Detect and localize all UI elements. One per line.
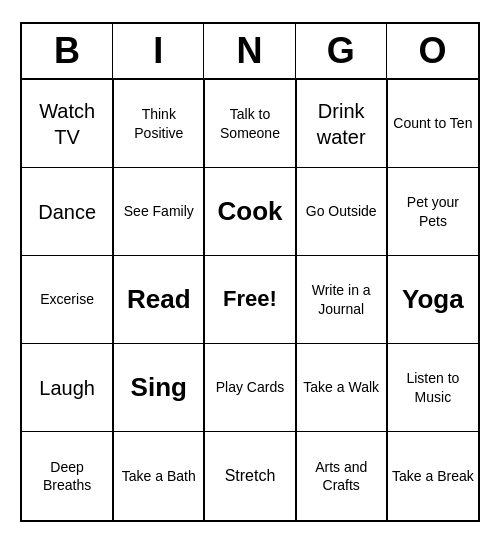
cell-text-20: Deep Breaths bbox=[26, 458, 108, 494]
bingo-cell-24: Take a Break bbox=[387, 432, 478, 520]
cell-text-12: Free! bbox=[223, 285, 277, 314]
bingo-cell-20: Deep Breaths bbox=[22, 432, 113, 520]
bingo-cell-23: Arts and Crafts bbox=[296, 432, 387, 520]
header-letter-g: G bbox=[296, 24, 387, 78]
cell-text-22: Stretch bbox=[225, 466, 276, 487]
cell-text-7: Cook bbox=[217, 195, 282, 229]
bingo-cell-17: Play Cards bbox=[204, 344, 295, 432]
header-letter-i: I bbox=[113, 24, 204, 78]
cell-text-17: Play Cards bbox=[216, 378, 284, 396]
bingo-cell-21: Take a Bath bbox=[113, 432, 204, 520]
cell-text-0: Watch TV bbox=[26, 98, 108, 150]
bingo-cell-3: Drink water bbox=[296, 80, 387, 168]
bingo-cell-13: Write in a Journal bbox=[296, 256, 387, 344]
cell-text-5: Dance bbox=[38, 199, 96, 225]
cell-text-23: Arts and Crafts bbox=[301, 458, 382, 494]
bingo-cell-7: Cook bbox=[204, 168, 295, 256]
cell-text-24: Take a Break bbox=[392, 467, 474, 485]
cell-text-15: Laugh bbox=[39, 375, 95, 401]
bingo-cell-9: Pet your Pets bbox=[387, 168, 478, 256]
bingo-cell-0: Watch TV bbox=[22, 80, 113, 168]
bingo-cell-22: Stretch bbox=[204, 432, 295, 520]
cell-text-18: Take a Walk bbox=[303, 378, 379, 396]
bingo-cell-6: See Family bbox=[113, 168, 204, 256]
cell-text-16: Sing bbox=[131, 371, 187, 405]
cell-text-13: Write in a Journal bbox=[301, 281, 382, 317]
bingo-cell-2: Talk to Someone bbox=[204, 80, 295, 168]
bingo-cell-10: Excerise bbox=[22, 256, 113, 344]
bingo-cell-8: Go Outside bbox=[296, 168, 387, 256]
bingo-cell-16: Sing bbox=[113, 344, 204, 432]
header-letter-n: N bbox=[204, 24, 295, 78]
bingo-header: BINGO bbox=[22, 24, 478, 80]
bingo-cell-15: Laugh bbox=[22, 344, 113, 432]
bingo-cell-1: Think Positive bbox=[113, 80, 204, 168]
bingo-cell-19: Listen to Music bbox=[387, 344, 478, 432]
cell-text-3: Drink water bbox=[301, 98, 382, 150]
cell-text-8: Go Outside bbox=[306, 202, 377, 220]
cell-text-14: Yoga bbox=[402, 283, 464, 317]
header-letter-b: B bbox=[22, 24, 113, 78]
cell-text-10: Excerise bbox=[40, 290, 94, 308]
cell-text-11: Read bbox=[127, 283, 191, 317]
bingo-cell-4: Count to Ten bbox=[387, 80, 478, 168]
bingo-grid: Watch TVThink PositiveTalk to SomeoneDri… bbox=[22, 80, 478, 520]
bingo-cell-11: Read bbox=[113, 256, 204, 344]
cell-text-6: See Family bbox=[124, 202, 194, 220]
cell-text-4: Count to Ten bbox=[393, 114, 472, 132]
bingo-cell-14: Yoga bbox=[387, 256, 478, 344]
bingo-card: BINGO Watch TVThink PositiveTalk to Some… bbox=[20, 22, 480, 522]
bingo-cell-12: Free! bbox=[204, 256, 295, 344]
cell-text-21: Take a Bath bbox=[122, 467, 196, 485]
cell-text-19: Listen to Music bbox=[392, 369, 474, 405]
bingo-cell-18: Take a Walk bbox=[296, 344, 387, 432]
cell-text-1: Think Positive bbox=[118, 105, 199, 141]
cell-text-9: Pet your Pets bbox=[392, 193, 474, 229]
header-letter-o: O bbox=[387, 24, 478, 78]
bingo-cell-5: Dance bbox=[22, 168, 113, 256]
cell-text-2: Talk to Someone bbox=[209, 105, 290, 141]
